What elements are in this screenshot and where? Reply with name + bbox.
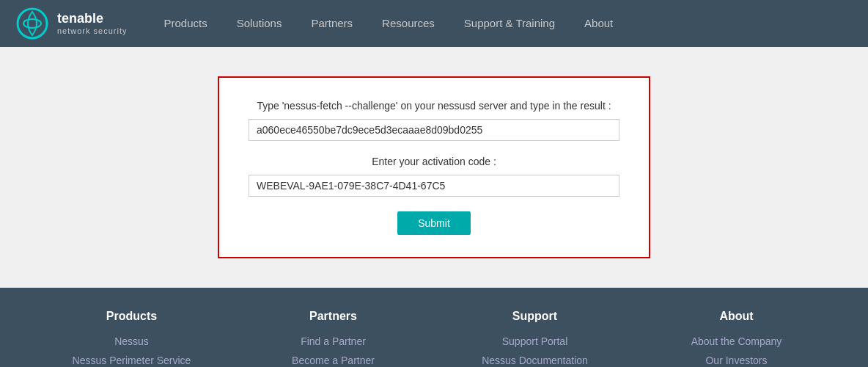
footer-link-item[interactable]: Become a Partner [268,354,400,367]
footer: ProductsNessusNessus Perimeter ServiceSe… [0,288,868,367]
logo-subtext: network security [57,26,127,35]
nav-links: ProductsSolutionsPartnersResourcesSuppor… [149,0,628,47]
nav-link-nav-partners[interactable]: Partners [296,0,367,47]
activation-label: Enter your activation code : [249,156,619,167]
challenge-input[interactable] [249,119,619,141]
nav-item-nav-partners[interactable]: Partners [296,0,367,47]
nav-item-nav-about[interactable]: About [570,0,628,47]
footer-link[interactable]: Our Investors [705,355,767,366]
footer-col-title-2: Support [469,310,601,323]
footer-col-title-3: About [671,310,803,323]
activation-input[interactable] [249,175,619,197]
footer-link[interactable]: Become a Partner [292,355,375,366]
footer-link[interactable]: Nessus Perimeter Service [73,355,191,366]
challenge-instruction: Type 'nessus-fetch --challenge' on your … [249,100,619,112]
footer-link[interactable]: About the Company [691,335,782,347]
footer-link-item[interactable]: Nessus [66,335,198,348]
nav-item-nav-products[interactable]: Products [149,0,221,47]
footer-link-item[interactable]: Find a Partner [268,335,400,348]
footer-link-item[interactable]: About the Company [671,335,803,348]
nav-item-nav-support[interactable]: Support & Training [449,0,570,47]
logo-name: tenable [57,11,103,26]
nav-link-nav-about[interactable]: About [570,0,628,47]
footer-col-title-1: Partners [268,310,400,323]
nav-item-nav-solutions[interactable]: Solutions [222,0,297,47]
footer-link-item[interactable]: Nessus Perimeter Service [66,354,198,367]
footer-link-item[interactable]: Nessus Documentation [469,354,601,367]
footer-link[interactable]: Find a Partner [301,335,366,347]
nav-link-nav-solutions[interactable]: Solutions [222,0,297,47]
nav-link-nav-products[interactable]: Products [149,0,221,47]
nav-link-nav-support[interactable]: Support & Training [449,0,570,47]
footer-inner: ProductsNessusNessus Perimeter ServiceSe… [31,310,837,367]
footer-col-title-0: Products [66,310,198,323]
challenge-box: Type 'nessus-fetch --challenge' on your … [218,76,650,258]
footer-col-0: ProductsNessusNessus Perimeter ServiceSe… [66,310,198,367]
submit-button[interactable]: Submit [397,211,471,235]
footer-col-1: PartnersFind a PartnerBecome a Partner [268,310,400,367]
nav-item-nav-resources[interactable]: Resources [367,0,449,47]
footer-link[interactable]: Nessus [114,335,149,347]
footer-link[interactable]: Nessus Documentation [482,355,588,366]
navbar: tenable network security ProductsSolutio… [0,0,868,47]
main-content: Type 'nessus-fetch --challenge' on your … [0,47,868,288]
logo[interactable]: tenable network security [15,6,127,41]
footer-col-2: SupportSupport PortalNessus Documentatio… [469,310,601,367]
footer-link-item[interactable]: Our Investors [671,354,803,367]
footer-col-3: AboutAbout the CompanyOur InvestorsConta… [671,310,803,367]
nav-link-nav-resources[interactable]: Resources [367,0,449,47]
svg-point-1 [23,19,41,28]
logo-icon [15,6,50,41]
footer-link[interactable]: Support Portal [502,335,568,347]
svg-point-0 [18,9,47,38]
footer-link-item[interactable]: Support Portal [469,335,601,348]
